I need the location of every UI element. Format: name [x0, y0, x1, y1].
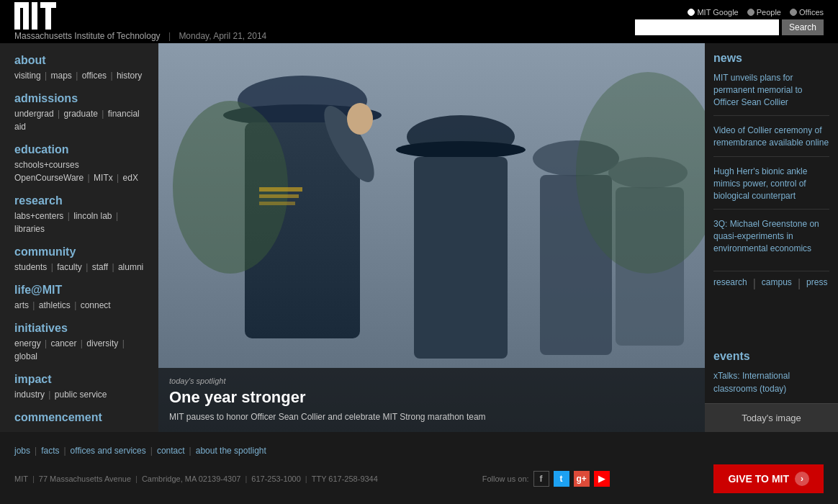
info-sep: | [32, 474, 35, 483]
nav-title-life@MIT[interactable]: life@MIT [14, 284, 144, 297]
nav-section-community: communitystudents | faculty | staff | al… [14, 246, 144, 274]
footer-link-facts[interactable]: facts [41, 446, 59, 456]
nav-section-education: educationschools+coursesOpenCourseWare |… [14, 143, 144, 184]
nav-link-schools-courses[interactable]: schools+courses [14, 160, 79, 170]
event-link-0[interactable]: xTalks: International classrooms (today) [713, 371, 790, 394]
nav-link-labs+centers[interactable]: labs+centers [14, 211, 63, 221]
nav-links-education: schools+coursesOpenCourseWare | MITx | e… [14, 158, 144, 184]
news-tag-campus[interactable]: campus [762, 277, 792, 290]
give-label: GIVE TO MIT [728, 473, 789, 485]
footer-link-contact[interactable]: contact [157, 446, 185, 456]
footer-sep: | [35, 446, 37, 456]
search-option-people[interactable]: People [747, 8, 781, 17]
news-link-1[interactable]: Video of Collier ceremony of remembrance… [713, 125, 829, 149]
nav-link-industry[interactable]: industry [14, 390, 45, 400]
search-option-mit-google[interactable]: MIT Google [688, 8, 738, 17]
follow-label: Follow us on: [482, 474, 529, 483]
radio-offices [790, 9, 797, 16]
give-to-mit-button[interactable]: GIVE TO MIT › [713, 464, 824, 493]
news-items: MIT unveils plans for permanent memorial… [713, 72, 829, 262]
news-link-3[interactable]: 3Q: Michael Greenstone on quasi-experime… [713, 218, 829, 254]
nav-sep: | [48, 262, 55, 272]
nav-sep: | [108, 71, 115, 81]
news-link-2[interactable]: Hugh Herr's bionic ankle mimics power, c… [713, 166, 829, 202]
nav-sep: | [46, 390, 53, 400]
youtube-icon[interactable]: ▶ [594, 471, 610, 487]
twitter-icon[interactable]: t [554, 471, 569, 487]
search-option-offices[interactable]: Offices [790, 8, 824, 17]
nav-title-commencement[interactable]: commencement [14, 411, 144, 424]
nav-link-libraries[interactable]: libraries [14, 224, 45, 234]
news-tag-press[interactable]: press [806, 277, 827, 290]
nav-sep: | [114, 211, 118, 221]
nav-link-lincoln-lab[interactable]: lincoln lab [73, 211, 112, 221]
news-tag-research[interactable]: research [713, 277, 747, 290]
nav-link-athletics[interactable]: athletics [39, 300, 71, 310]
search-input[interactable] [635, 19, 779, 35]
nav-link-arts[interactable]: arts [14, 300, 29, 310]
search-button[interactable]: Search [782, 19, 824, 35]
nav-title-impact[interactable]: impact [14, 373, 144, 386]
svg-rect-14 [414, 157, 508, 359]
gplus-icon[interactable]: g+ [574, 471, 590, 487]
footer-mit-name: MIT [14, 474, 28, 483]
nav-links-life@MIT: arts | athletics | connect [14, 299, 144, 312]
nav-link-visiting[interactable]: visiting [14, 71, 41, 81]
nav-link-alumni[interactable]: alumni [118, 262, 143, 272]
nav-title-research[interactable]: research [14, 194, 144, 207]
nav-link-connect[interactable]: connect [81, 300, 111, 310]
site-header: Massachusetts Institute of Technology | … [0, 0, 838, 43]
nav-link-offices[interactable]: offices [82, 71, 107, 81]
footer-city: Cambridge, MA 02139-4307 [142, 474, 241, 483]
nav-link-faculty[interactable]: faculty [57, 262, 82, 272]
nav-link-public-service[interactable]: public service [55, 390, 107, 400]
footer-address: 77 Massachusetts Avenue [39, 474, 131, 483]
news-item-0: MIT unveils plans for permanent memorial… [713, 72, 829, 116]
info-sep: | [245, 474, 247, 483]
nav-section-commencement: commencement [14, 411, 144, 424]
nav-link-undergrad[interactable]: undergrad [14, 109, 54, 119]
nav-title-initiatives[interactable]: initiatives [14, 322, 144, 335]
nav-sep: | [42, 338, 50, 348]
news-section: news MIT unveils plans for permanent mem… [705, 43, 838, 350]
nav-links-initiatives: energy | cancer | diversity | global [14, 337, 144, 363]
nav-link-staff[interactable]: staff [92, 262, 108, 272]
nav-link-mitx[interactable]: MITx [94, 173, 113, 183]
footer-link-offices-and services[interactable]: offices and services [71, 446, 146, 456]
nav-links-admissions: undergrad | graduate | financial aid [14, 107, 144, 133]
mit-logo[interactable] [14, 2, 266, 30]
footer-tty: TTY 617-258-9344 [312, 474, 378, 483]
mit-logo-svg [14, 2, 65, 30]
footer-link-jobs[interactable]: jobs [14, 446, 30, 456]
footer-info: MIT|77 Massachusetts Avenue|Cambridge, M… [14, 474, 378, 483]
footer-link-about-the spotlight[interactable]: about the spotlight [196, 446, 266, 456]
nav-link-cancer[interactable]: cancer [51, 338, 77, 348]
nav-title-community[interactable]: community [14, 246, 144, 258]
facebook-icon[interactable]: f [533, 471, 549, 487]
spotlight-title[interactable]: One year stronger [169, 388, 694, 407]
nav-link-history[interactable]: history [117, 71, 142, 81]
hero-area: today's spotlight One year stronger MIT … [158, 43, 705, 432]
svg-rect-2 [23, 2, 29, 30]
today-image-button[interactable]: Today's image [705, 403, 838, 432]
nav-link-edx[interactable]: edX [123, 173, 138, 183]
nav-link-graduate[interactable]: graduate [64, 109, 98, 119]
nav-link-global[interactable]: global [14, 351, 37, 361]
nav-title-admissions[interactable]: admissions [14, 92, 144, 105]
nav-title-education[interactable]: education [14, 143, 144, 156]
nav-link-maps[interactable]: maps [50, 71, 71, 81]
nav-link-students[interactable]: students [14, 262, 47, 272]
spotlight-box: today's spotlight One year stronger MIT … [158, 368, 705, 432]
svg-point-13 [396, 141, 526, 158]
footer-sep: | [150, 446, 153, 456]
radio-mit-google [688, 9, 695, 16]
nav-link-energy[interactable]: energy [14, 338, 41, 348]
news-link-0[interactable]: MIT unveils plans for permanent memorial… [713, 72, 829, 108]
tag-sep: | [753, 277, 756, 290]
info-sep: | [135, 474, 138, 483]
nav-link-opencourseware[interactable]: OpenCourseWare [14, 173, 84, 183]
footer-sep: | [189, 446, 192, 456]
footer-links: jobs|facts|offices and services|contact|… [0, 440, 838, 462]
nav-link-diversity[interactable]: diversity [86, 338, 118, 348]
nav-title-about[interactable]: about [14, 54, 144, 67]
